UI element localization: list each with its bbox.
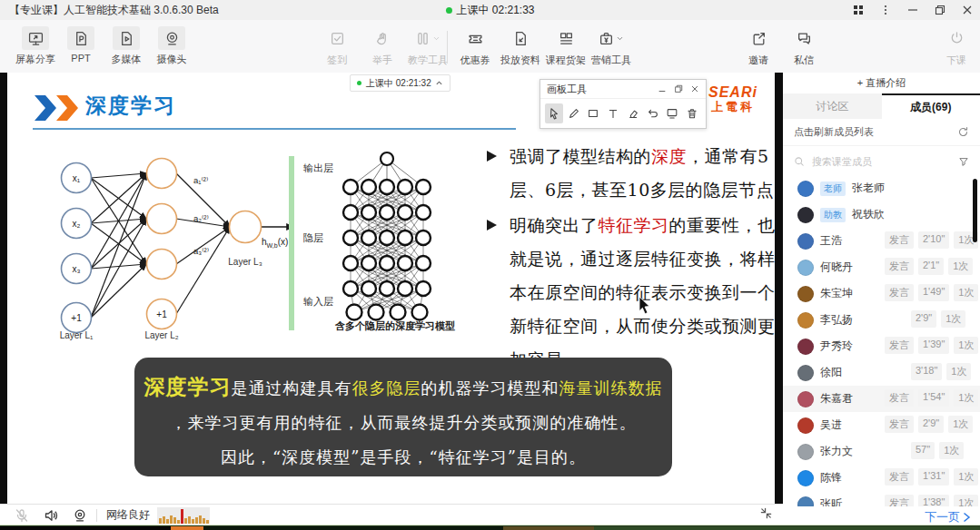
eraser-tool-button[interactable] <box>624 103 642 123</box>
member-name: 吴进 <box>820 417 842 433</box>
member-row[interactable]: 朱嘉君发言1'54"1次 <box>783 386 980 412</box>
microphone-muted-icon[interactable] <box>15 508 29 523</box>
restore-button[interactable] <box>933 3 947 17</box>
toolbar-material[interactable]: 投放资料 <box>498 25 543 67</box>
minimize-button[interactable] <box>906 3 920 17</box>
svg-text:x₁: x₁ <box>73 173 81 183</box>
avatar <box>797 312 814 329</box>
speak-badge: 发言 <box>885 495 914 506</box>
toolbar-teaching-tools[interactable]: 教学工具 <box>405 25 450 67</box>
speak-time-badge: 1'39" <box>918 337 949 354</box>
speak-count-badge: 1次 <box>939 442 964 459</box>
filter-icon[interactable] <box>958 156 969 167</box>
member-row[interactable]: 陈锋发言1'31"1次 <box>783 465 980 491</box>
trash-tool-button[interactable] <box>683 103 701 123</box>
member-name: 王浩 <box>820 233 842 249</box>
seari-logo: SEARi 上電科 <box>708 85 757 113</box>
select-tool-icon <box>548 107 560 120</box>
more-menu-icon[interactable] <box>878 3 893 17</box>
class-timer: 上课中 02:21:33 <box>456 3 534 18</box>
summary-line: ，来学习更有用的特征，从而最终提升分类或预测的准确性。 <box>134 406 672 440</box>
bullet-arrow-icon <box>487 220 497 231</box>
undo-tool-icon <box>647 107 659 120</box>
toolbar-item-label: 投放资料 <box>500 54 540 67</box>
avatar <box>797 417 814 434</box>
invite-icon <box>751 31 767 46</box>
speak-time-badge: 1'54" <box>918 389 949 407</box>
member-row[interactable]: 王浩发言2'10"1次 <box>783 228 980 254</box>
member-row[interactable]: 徐阳3'18"1次 <box>783 359 980 386</box>
toolbar-dm[interactable]: 私信 <box>781 25 827 67</box>
refresh-icon[interactable] <box>957 126 969 138</box>
speaker-icon[interactable] <box>44 508 58 523</box>
member-row[interactable]: 张力文57"1次 <box>783 438 980 465</box>
marketing-icon <box>599 31 614 46</box>
select-tool-button[interactable] <box>545 103 563 123</box>
floating-class-timer[interactable]: 上课中 02:21:32 <box>350 74 450 92</box>
chevron-right-icon <box>962 512 971 523</box>
tab-members[interactable]: 成员(69) <box>882 93 980 119</box>
deep-network-caption: 含多个隐层的深度学习模型 <box>309 319 481 333</box>
member-row[interactable]: 老师张老师 <box>783 175 980 201</box>
toolbar-invite[interactable]: 邀请 <box>736 25 781 67</box>
toolbar-ppt[interactable]: PPT <box>58 25 104 66</box>
member-name: 陈锋 <box>820 470 842 486</box>
toolbar-item-label: 屏幕分享 <box>15 53 55 66</box>
text-tool-button[interactable] <box>604 103 622 123</box>
rect-tool-icon <box>587 107 599 120</box>
next-page-button[interactable]: 下一页 <box>925 509 971 525</box>
panel-minimize-icon[interactable] <box>658 84 667 93</box>
toolbar-hand[interactable]: 举手 <box>360 25 405 67</box>
toolbar-checkin[interactable]: 签到 <box>314 25 360 67</box>
toolbar-marketing[interactable]: 营销工具 <box>589 25 634 67</box>
avatar <box>797 286 814 302</box>
close-button[interactable] <box>960 3 975 17</box>
toolbar-item-label: 多媒体 <box>112 53 142 66</box>
member-row[interactable]: 朱宝坤发言1'49"1次 <box>783 280 980 307</box>
toolbar-end-class[interactable]: 下课 <box>934 25 979 67</box>
end-class-icon <box>949 31 965 46</box>
member-list: 老师张老师助教祝轶欣王浩发言2'10"1次何晓丹发言2'1"1次朱宝坤发言1'4… <box>783 175 980 506</box>
undo-tool-button[interactable] <box>644 103 662 123</box>
search-members-input[interactable] <box>810 155 953 168</box>
collapse-toolbar-icon[interactable] <box>759 506 773 524</box>
avatar <box>797 365 814 381</box>
toolbar-screen-share[interactable]: 屏幕分享 <box>13 25 58 66</box>
speak-badge: 发言 <box>885 468 914 486</box>
toolbar-item-label: 营销工具 <box>591 54 631 67</box>
webcam-status-icon[interactable] <box>73 508 87 523</box>
panel-close-icon[interactable] <box>690 84 699 93</box>
rect-tool-button[interactable] <box>585 103 603 123</box>
speak-badge: 发言 <box>885 284 914 301</box>
toolbar-webcam[interactable]: 摄像头 <box>149 25 194 66</box>
toolbar-media[interactable]: 多媒体 <box>104 25 149 66</box>
webcam-icon <box>164 31 180 46</box>
member-row[interactable]: 李弘扬2'9"1次 <box>783 307 980 333</box>
pen-tool-button[interactable] <box>565 103 583 123</box>
panel-restore-icon[interactable] <box>674 84 683 93</box>
member-name: 朱宝坤 <box>820 286 853 301</box>
member-row[interactable]: 何晓丹发言2'1"1次 <box>783 254 980 280</box>
layout-grid-icon[interactable] <box>851 3 866 17</box>
live-intro-link[interactable]: + 直播介绍 <box>783 73 980 93</box>
member-row[interactable]: 张昕发言1'38"1次 <box>783 491 980 506</box>
toolbar-item-label: 课程货架 <box>546 54 586 67</box>
member-row[interactable]: 吴进发言2'9"1次 <box>783 412 980 438</box>
text-tool-icon <box>607 107 619 120</box>
chevron-up-icon[interactable] <box>435 79 443 87</box>
member-row[interactable]: 尹秀玲发言1'39"1次 <box>783 333 980 359</box>
screen-share-icon <box>28 31 44 46</box>
bullet-arrow-icon <box>487 151 497 162</box>
slide-left-edge <box>0 73 7 504</box>
speak-time-badge: 57" <box>911 442 935 459</box>
member-list-scrollbar[interactable] <box>973 179 977 242</box>
avatar <box>797 339 814 355</box>
bullet-item: 强调了模型结构的深度，通常有5层、6层，甚至10多层的隐层节点 <box>485 140 775 207</box>
toolbar-shelf[interactable]: 课程货架 <box>543 25 589 67</box>
board-tool-button[interactable] <box>664 103 682 123</box>
toolbar-coupon[interactable]: 优惠券 <box>452 25 498 67</box>
member-row[interactable]: 助教祝轶欣 <box>783 201 980 228</box>
avatar <box>797 444 814 460</box>
tab-discussion[interactable]: 讨论区 <box>783 93 882 119</box>
svg-text:hW,b(x): hW,b(x) <box>262 237 288 249</box>
